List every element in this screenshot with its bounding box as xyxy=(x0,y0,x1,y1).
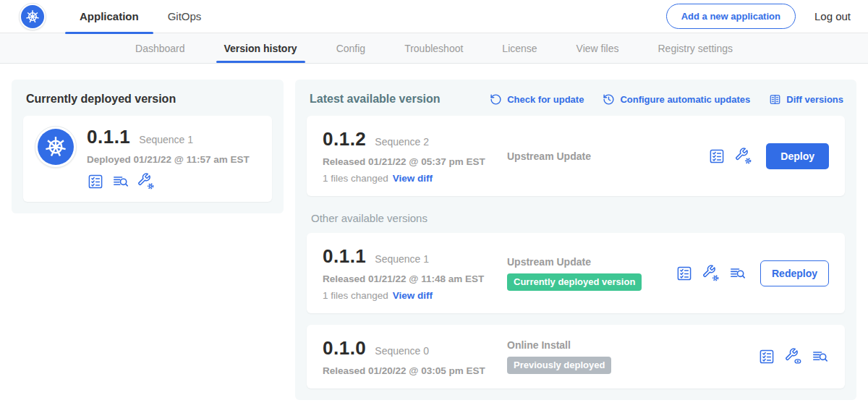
currently-deployed-card: Currently deployed version 0.1.1 Sequenc… xyxy=(12,80,284,213)
subnav-tab-version-history[interactable]: Version history xyxy=(205,33,317,63)
deployed-version-number: 0.1.1 xyxy=(87,126,130,148)
app-subnav: Dashboard Version history Config Trouble… xyxy=(0,33,868,64)
version-source-label: Online Install xyxy=(507,339,758,351)
subnav-tab-license[interactable]: License xyxy=(482,33,556,63)
subnav-label: Version history xyxy=(224,43,297,54)
sequence-label: Sequence 2 xyxy=(375,136,429,148)
files-changed-label: 1 files changed xyxy=(323,173,388,184)
diff-versions-label: Diff versions xyxy=(786,94,843,105)
subnav-label: View files xyxy=(576,43,619,54)
subnav-label: Registry settings xyxy=(658,43,733,54)
edit-config-icon[interactable] xyxy=(137,173,155,190)
sequence-label: Sequence 0 xyxy=(375,345,429,357)
tab-gitops-label: GitOps xyxy=(168,10,202,22)
configure-automatic-updates-label: Configure automatic updates xyxy=(620,94,750,105)
sequence-label: Sequence 1 xyxy=(375,253,429,265)
preflight-checklist-icon[interactable] xyxy=(708,148,726,165)
tab-application[interactable]: Application xyxy=(65,0,153,33)
preflight-checklist-icon[interactable] xyxy=(676,265,693,282)
redeploy-button[interactable]: Redeploy xyxy=(760,260,829,286)
preflight-checklist-icon[interactable] xyxy=(758,348,775,365)
subnav-tab-config[interactable]: Config xyxy=(317,33,385,63)
configure-automatic-updates-link[interactable]: Configure automatic updates xyxy=(603,93,750,106)
deployed-timestamp: Deployed 01/21/22 @ 11:57 am EST xyxy=(87,154,250,165)
latest-available-title: Latest available version xyxy=(310,93,441,106)
version-number: 0.1.1 xyxy=(323,245,366,268)
released-timestamp: Released 01/21/22 @ 05:37 pm EST xyxy=(323,156,507,167)
view-diff-link[interactable]: View diff xyxy=(393,290,433,301)
refresh-icon xyxy=(490,93,502,106)
panel-actions: Check for update Configure automatic upd… xyxy=(490,93,843,106)
subnav-tab-registry-settings[interactable]: Registry settings xyxy=(639,33,752,63)
release-notes-icon[interactable] xyxy=(112,173,129,190)
app-logo[interactable] xyxy=(19,3,46,30)
deployed-sequence-label: Sequence 1 xyxy=(139,134,193,145)
version-source-label: Upstream Update xyxy=(507,256,676,268)
update-schedule-icon xyxy=(603,93,615,106)
top-nav-bar: Application GitOps Add a new application… xyxy=(0,0,868,33)
version-row-0-1-2: 0.1.2 Sequence 2 Released 01/21/22 @ 05:… xyxy=(307,116,845,196)
view-diff-link[interactable]: View diff xyxy=(393,173,433,184)
tab-application-label: Application xyxy=(80,10,139,22)
version-row-0-1-0: 0.1.0 Sequence 0 Released 01/20/22 @ 03:… xyxy=(307,325,845,388)
release-notes-icon[interactable] xyxy=(812,348,829,365)
check-for-update-link[interactable]: Check for update xyxy=(490,93,584,106)
release-notes-icon[interactable] xyxy=(729,265,746,282)
subnav-label: License xyxy=(502,43,537,54)
tab-gitops[interactable]: GitOps xyxy=(153,0,216,33)
deployed-version-card: 0.1.1 Sequence 1 Deployed 01/21/22 @ 11:… xyxy=(23,116,272,202)
available-versions-panel: Latest available version Check for updat… xyxy=(295,80,856,400)
released-timestamp: Released 01/20/22 @ 03:05 pm EST xyxy=(323,365,507,376)
subnav-label: Config xyxy=(336,43,365,54)
edit-config-icon[interactable] xyxy=(735,148,752,165)
currently-deployed-title: Currently deployed version xyxy=(26,93,269,106)
previously-deployed-badge: Previously deployed xyxy=(507,357,611,374)
app-icon-ring xyxy=(35,126,77,168)
logout-button[interactable]: Log out xyxy=(814,10,851,22)
subnav-tab-dashboard[interactable]: Dashboard xyxy=(116,33,205,63)
check-for-update-label: Check for update xyxy=(507,94,584,105)
preflight-checklist-icon[interactable] xyxy=(87,173,104,190)
currently-deployed-badge: Currently deployed version xyxy=(507,273,642,291)
subnav-label: Dashboard xyxy=(135,43,185,54)
view-config-icon[interactable] xyxy=(785,348,802,365)
released-timestamp: Released 01/21/22 @ 11:48 am EST xyxy=(323,273,507,284)
version-history-page: Currently deployed version 0.1.1 Sequenc… xyxy=(0,64,868,400)
kubernetes-app-icon xyxy=(38,129,74,165)
edit-config-icon[interactable] xyxy=(702,265,720,282)
subnav-label: Troubleshoot xyxy=(404,43,463,54)
version-number: 0.1.2 xyxy=(323,128,366,150)
add-application-button[interactable]: Add a new application xyxy=(666,4,796,29)
diff-versions-link[interactable]: Diff versions xyxy=(769,93,843,106)
other-available-versions-title: Other available versions xyxy=(311,212,842,224)
subnav-tab-view-files[interactable]: View files xyxy=(557,33,639,63)
version-row-0-1-1: 0.1.1 Sequence 1 Released 01/21/22 @ 11:… xyxy=(307,233,845,313)
deployed-version-info: 0.1.1 Sequence 1 Deployed 01/21/22 @ 11:… xyxy=(87,126,250,190)
version-source-label: Upstream Update xyxy=(507,150,708,162)
files-changed-label: 1 files changed xyxy=(323,290,388,301)
diff-icon xyxy=(769,93,781,106)
subnav-tab-troubleshoot[interactable]: Troubleshoot xyxy=(385,33,482,63)
version-number: 0.1.0 xyxy=(323,337,366,360)
deploy-button[interactable]: Deploy xyxy=(766,143,829,169)
kubernetes-logo-icon xyxy=(21,5,44,28)
